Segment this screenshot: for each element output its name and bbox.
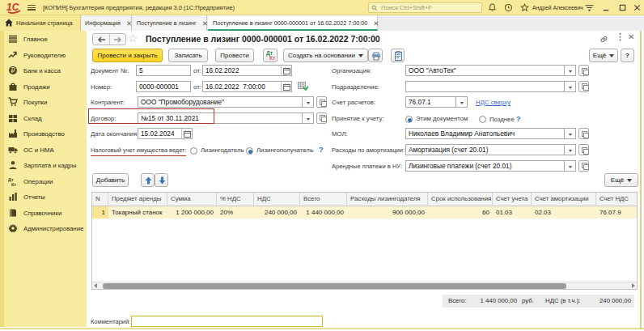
svg-text:Кт: Кт: [11, 181, 16, 186]
svg-text:₽: ₽: [11, 67, 15, 74]
